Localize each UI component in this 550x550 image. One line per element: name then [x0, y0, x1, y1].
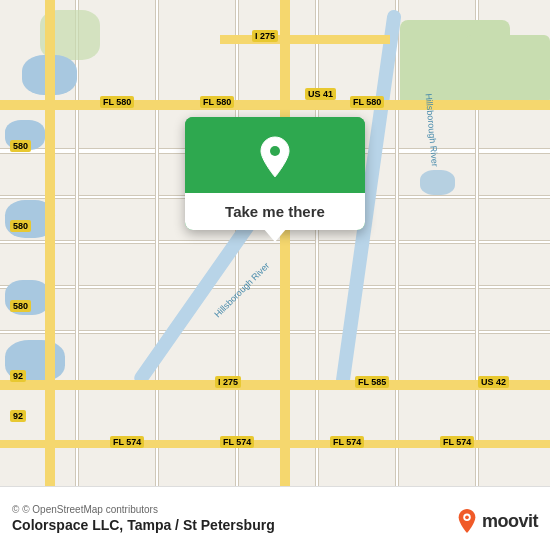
popup-icon-area [185, 117, 365, 193]
copyright-symbol: © [12, 504, 19, 515]
highway-fl574 [0, 380, 550, 390]
svg-point-2 [465, 515, 469, 519]
moovit-logo: moovit [456, 508, 538, 534]
road-v-3 [235, 0, 239, 550]
moovit-pin-icon [456, 508, 478, 534]
road-v-4 [315, 0, 319, 550]
label-580-1: 580 [10, 140, 31, 152]
lake-6 [420, 170, 455, 195]
label-fl574-3: FL 574 [330, 436, 364, 448]
label-us42: US 42 [478, 376, 509, 388]
highway-i275-v [280, 0, 290, 550]
green-area-east [465, 35, 550, 105]
label-i275-top: I 275 [252, 30, 278, 42]
label-fl580-3: FL 580 [350, 96, 384, 108]
road-h-4 [0, 285, 550, 289]
osm-text: © OpenStreetMap contributors [22, 504, 158, 515]
label-fl580-1: FL 580 [100, 96, 134, 108]
label-fl574-1: FL 574 [110, 436, 144, 448]
location-name: Colorspace LLC, Tampa / St Petersburg [12, 517, 275, 533]
road-v-2 [155, 0, 159, 550]
location-pin-icon [255, 135, 295, 179]
label-92-1: 92 [10, 370, 26, 382]
moovit-brand-text: moovit [482, 511, 538, 532]
osm-credit: © © OpenStreetMap contributors [12, 504, 275, 515]
highway-i275-top [220, 35, 390, 44]
popup-tail [263, 228, 287, 242]
label-580-3: 580 [10, 300, 31, 312]
road-v-5 [395, 0, 399, 550]
label-fl585: FL 585 [355, 376, 389, 388]
road-h-5 [0, 330, 550, 334]
label-fl574-4: FL 574 [440, 436, 474, 448]
svg-point-0 [270, 146, 280, 156]
bottom-bar: © © OpenStreetMap contributors Colorspac… [0, 486, 550, 550]
highway-fl580 [0, 100, 550, 110]
map-container: I 275 US 41 FL 580 FL 580 FL 580 580 580… [0, 0, 550, 550]
label-fl580-2: FL 580 [200, 96, 234, 108]
popup-card: Take me there [185, 117, 365, 230]
highway-580-v [45, 0, 55, 550]
take-me-there-button[interactable]: Take me there [185, 193, 365, 230]
label-fl574-2: FL 574 [220, 436, 254, 448]
label-us41: US 41 [305, 88, 336, 100]
label-580-2: 580 [10, 220, 31, 232]
label-92-2: 92 [10, 410, 26, 422]
bottom-info: © © OpenStreetMap contributors Colorspac… [12, 504, 275, 533]
label-i275-bot: I 275 [215, 376, 241, 388]
